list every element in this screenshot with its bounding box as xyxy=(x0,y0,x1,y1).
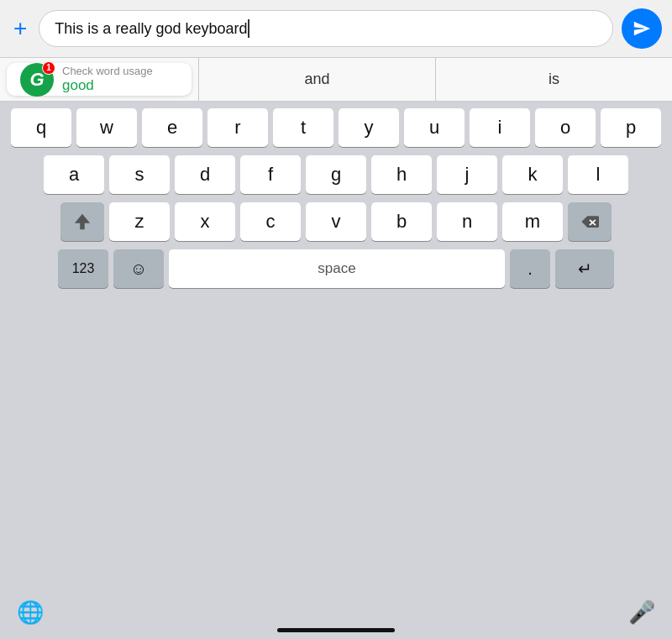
grammarly-icon: G 1 xyxy=(20,63,54,97)
key-p[interactable]: p xyxy=(601,108,661,147)
suggestion-is[interactable]: is xyxy=(435,58,672,101)
key-m[interactable]: m xyxy=(502,202,563,241)
input-text: This is a really god keyboard xyxy=(55,20,247,38)
grammarly-suggestion[interactable]: G 1 Check word usage good xyxy=(7,63,192,96)
key-f[interactable]: f xyxy=(240,155,301,194)
backspace-icon xyxy=(580,214,599,229)
key-l[interactable]: l xyxy=(568,155,628,194)
grammarly-label: Check word usage xyxy=(62,65,153,77)
key-y[interactable]: y xyxy=(339,108,399,147)
key-t[interactable]: t xyxy=(273,108,333,147)
return-key[interactable]: ↵ xyxy=(555,249,614,288)
key-row-2: a s d f g h j k l xyxy=(3,155,669,194)
text-input-bar[interactable]: This is a really god keyboard xyxy=(39,10,613,47)
key-d[interactable]: d xyxy=(175,155,235,194)
key-c[interactable]: c xyxy=(240,202,301,241)
mic-icon[interactable]: 🎤 xyxy=(628,600,655,626)
suggestion-and[interactable]: and xyxy=(198,58,435,101)
key-row-3: z x c v b n m xyxy=(3,202,669,241)
shift-key[interactable] xyxy=(60,202,104,241)
key-j[interactable]: j xyxy=(437,155,497,194)
grammarly-badge: 1 xyxy=(42,61,55,75)
key-b[interactable]: b xyxy=(371,202,432,241)
grammarly-text: Check word usage good xyxy=(62,65,153,94)
period-key[interactable]: . xyxy=(510,249,550,288)
key-o[interactable]: o xyxy=(535,108,596,147)
globe-icon[interactable]: 🌐 xyxy=(17,600,44,626)
key-x[interactable]: x xyxy=(175,202,235,241)
grammarly-correction: good xyxy=(62,77,153,94)
backspace-key[interactable] xyxy=(568,202,612,241)
send-icon xyxy=(633,19,651,38)
key-q[interactable]: q xyxy=(11,108,71,147)
suggestion-bar: G 1 Check word usage good and is xyxy=(0,58,672,102)
add-button[interactable]: + xyxy=(10,17,30,40)
key-row-1: q w e r t y u i o p xyxy=(3,108,669,147)
key-r[interactable]: r xyxy=(207,108,268,147)
key-g[interactable]: g xyxy=(306,155,366,194)
top-bar: + This is a really god keyboard xyxy=(0,0,672,58)
key-i[interactable]: i xyxy=(470,108,530,147)
key-h[interactable]: h xyxy=(371,155,432,194)
keyboard: q w e r t y u i o p a s d f g h j k l z … xyxy=(0,102,672,580)
word-suggestions: and is xyxy=(198,58,672,101)
key-a[interactable]: a xyxy=(44,155,104,194)
emoji-key[interactable]: ☺ xyxy=(113,249,164,288)
shift-icon xyxy=(73,212,92,231)
bottom-bar: 🌐 🎤 xyxy=(0,580,672,639)
key-w[interactable]: w xyxy=(76,108,137,147)
cursor xyxy=(248,19,249,38)
key-u[interactable]: u xyxy=(404,108,465,147)
home-indicator xyxy=(277,628,395,632)
key-s[interactable]: s xyxy=(109,155,170,194)
key-e[interactable]: e xyxy=(142,108,202,147)
space-key[interactable]: space xyxy=(169,249,505,288)
key-z[interactable]: z xyxy=(109,202,170,241)
key-n[interactable]: n xyxy=(437,202,497,241)
key-v[interactable]: v xyxy=(306,202,366,241)
grammarly-g: G xyxy=(29,69,44,91)
key-k[interactable]: k xyxy=(502,155,563,194)
numbers-key[interactable]: 123 xyxy=(58,249,108,288)
send-button[interactable] xyxy=(622,8,662,49)
key-row-4: 123 ☺ space . ↵ xyxy=(3,249,669,288)
